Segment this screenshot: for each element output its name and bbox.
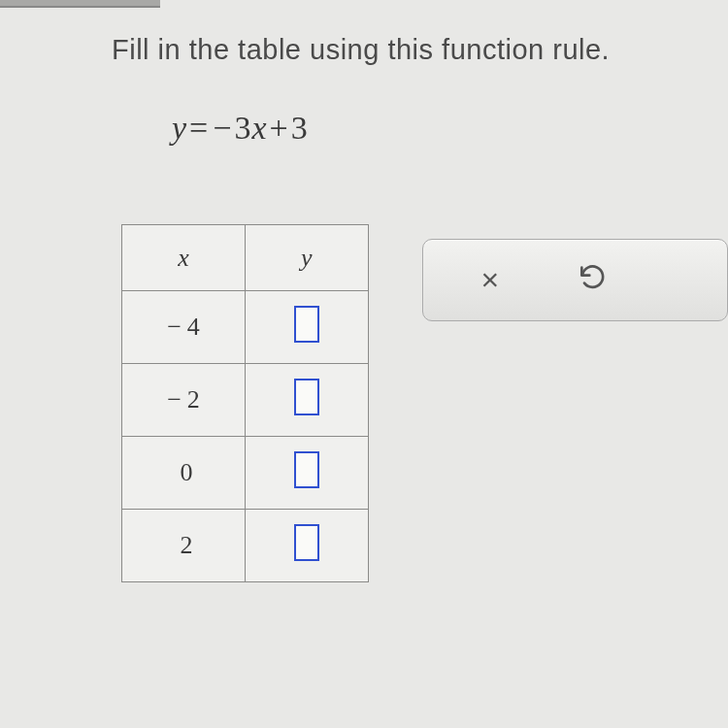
x-value: 2 (187, 385, 200, 414)
header-y: y (246, 225, 368, 291)
answer-input[interactable] (294, 451, 319, 488)
table-header-row: x y (122, 225, 369, 291)
x-cell: 0 (122, 437, 246, 510)
y-cell (246, 364, 368, 437)
y-cell (246, 291, 368, 364)
table-row: −2 (122, 364, 369, 437)
function-table: x y −4 −2 0 2 (121, 224, 369, 582)
exercise-content: Fill in the table using this function ru… (0, 0, 728, 582)
table-row: 0 (122, 437, 369, 510)
header-x: x (122, 225, 246, 291)
constant: 3 (291, 110, 309, 146)
x-value: 4 (187, 313, 200, 341)
table-and-toolbar-row: x y −4 −2 0 2 × (121, 224, 728, 582)
instruction-text: Fill in the table using this function ru… (112, 34, 728, 66)
function-rule-equation: y=−3x+3 (172, 110, 728, 147)
answer-input[interactable] (294, 524, 319, 561)
equals-sign: = (189, 110, 209, 146)
clear-icon[interactable]: × (481, 262, 500, 298)
table-row: 2 (122, 510, 369, 582)
panel-top-edge (0, 0, 160, 8)
answer-input[interactable] (294, 379, 319, 415)
reset-icon[interactable] (577, 261, 608, 300)
x-cell: −2 (122, 364, 246, 437)
minus-sign: − (167, 313, 182, 341)
x-cell: 2 (122, 510, 246, 582)
y-cell (246, 510, 368, 582)
equation-lhs: y (172, 110, 187, 146)
variable-x: x (251, 110, 267, 146)
x-value: 0 (181, 458, 193, 486)
plus-sign: + (270, 110, 289, 146)
table-row: −4 (122, 291, 369, 364)
coefficient: 3 (234, 110, 251, 146)
answer-input[interactable] (294, 306, 319, 343)
minus-sign: − (167, 385, 182, 414)
y-cell (246, 437, 368, 510)
x-value: 2 (181, 531, 193, 559)
negative-sign: − (213, 110, 232, 146)
x-cell: −4 (122, 291, 246, 364)
answer-toolbar: × (422, 239, 729, 321)
